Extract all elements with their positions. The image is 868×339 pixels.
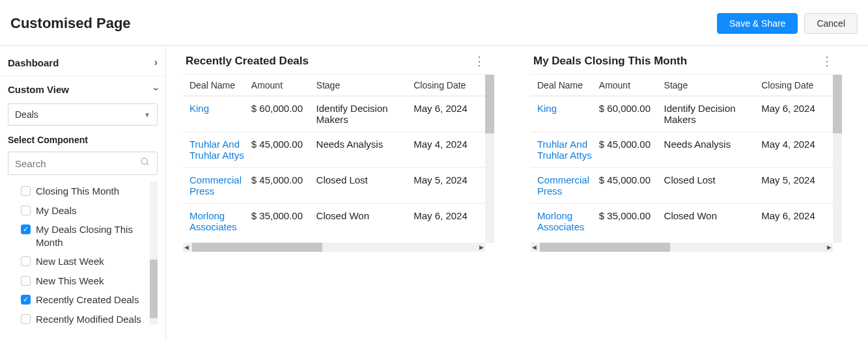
kebab-icon[interactable]: ⋮ xyxy=(471,55,488,67)
checkbox[interactable] xyxy=(21,314,31,324)
deal-link[interactable]: Morlong Associates xyxy=(189,210,237,232)
vertical-scrollbar[interactable] xyxy=(485,75,494,243)
cell-date: May 4, 2024 xyxy=(761,139,833,150)
header-actions: Save & Share Cancel xyxy=(717,13,858,34)
col-stage: Stage xyxy=(316,80,414,90)
cell-stage: Closed Won xyxy=(316,210,414,221)
cell-amount: $ 45,000.00 xyxy=(599,139,664,150)
component-item[interactable]: Recently Created Deals xyxy=(21,290,158,310)
svg-line-1 xyxy=(147,163,148,165)
checkbox[interactable] xyxy=(21,295,31,305)
scrollbar-thumb[interactable] xyxy=(833,75,842,133)
cell-amount: $ 35,000.00 xyxy=(599,210,664,221)
horizontal-scrollbar[interactable]: ◀ ▶ xyxy=(531,243,833,252)
component-label: Closing This Month xyxy=(36,185,119,198)
sidebar-dashboard-section: Dashboard › xyxy=(0,49,165,75)
component-item[interactable]: New Last Week xyxy=(21,252,158,271)
cell-date: May 5, 2024 xyxy=(761,174,833,185)
deal-link[interactable]: Morlong Associates xyxy=(537,210,585,232)
widget-recently-created-deals: Recently Created Deals ⋮ Deal Name Amoun… xyxy=(183,55,494,339)
vertical-scrollbar[interactable] xyxy=(833,75,842,243)
table-row: Morlong Associates $ 35,000.00 Closed Wo… xyxy=(183,204,485,239)
deal-link[interactable]: Truhlar And Truhlar Attys xyxy=(537,139,592,161)
checkbox[interactable] xyxy=(21,276,31,286)
cell-stage: Closed Lost xyxy=(316,174,414,185)
component-search[interactable] xyxy=(8,152,158,175)
widget-body: Deal Name Amount Stage Closing Date King… xyxy=(531,75,842,252)
search-icon xyxy=(140,157,150,170)
sidebar-custom-view-label: Custom View xyxy=(8,84,69,95)
deal-link[interactable]: King xyxy=(189,103,209,114)
cell-date: May 5, 2024 xyxy=(413,174,485,185)
table-row: Commercial Press $ 45,000.00 Closed Lost… xyxy=(531,168,833,204)
component-item[interactable]: My Deals xyxy=(21,201,158,221)
widget-header: Recently Created Deals ⋮ xyxy=(183,55,494,75)
component-item[interactable]: New This Week xyxy=(21,271,158,291)
component-label: New This Week xyxy=(36,275,104,288)
cell-stage: Identify Decision Makers xyxy=(316,103,414,125)
widget-body: Deal Name Amount Stage Closing Date King… xyxy=(183,75,494,252)
cell-stage: Identify Decision Makers xyxy=(664,103,762,125)
sidebar-custom-view-toggle[interactable]: Custom View › xyxy=(8,76,158,102)
search-input[interactable] xyxy=(15,158,140,169)
scrollbar-thumb[interactable] xyxy=(192,243,322,252)
cell-stage: Closed Lost xyxy=(664,174,762,185)
component-item[interactable]: Closing This Month xyxy=(21,182,158,201)
cell-stage: Closed Won xyxy=(664,210,762,221)
sidebar-custom-view-section: Custom View › Deals ▼ Select Component C… xyxy=(0,75,165,325)
cell-stage: Needs Analysis xyxy=(316,139,414,150)
body: Dashboard › Custom View › Deals ▼ Select… xyxy=(0,46,868,339)
page-header: Customised Page Save & Share Cancel xyxy=(0,0,868,46)
cell-amount: $ 35,000.00 xyxy=(251,210,316,221)
component-list: Closing This Month My Deals My Deals Clo… xyxy=(8,182,158,325)
table-header: Deal Name Amount Stage Closing Date xyxy=(183,75,485,96)
save-share-button[interactable]: Save & Share xyxy=(717,13,798,34)
page-title: Customised Page xyxy=(10,15,131,32)
table-header: Deal Name Amount Stage Closing Date xyxy=(531,75,833,96)
component-label: My Deals Closing This Month xyxy=(36,223,140,249)
scrollbar-thumb[interactable] xyxy=(150,260,158,318)
chevron-down-icon: › xyxy=(150,87,161,90)
scroll-left-icon[interactable]: ◀ xyxy=(532,244,537,251)
widget-my-deals-closing-this-month: My Deals Closing This Month ⋮ Deal Name … xyxy=(531,55,842,339)
checkbox[interactable] xyxy=(21,256,31,266)
component-label: New Last Week xyxy=(36,255,104,268)
checkbox[interactable] xyxy=(21,224,31,234)
table: Deal Name Amount Stage Closing Date King… xyxy=(183,75,485,243)
cell-stage: Needs Analysis xyxy=(664,139,762,150)
widget-title: My Deals Closing This Month xyxy=(533,55,687,68)
caret-down-icon: ▼ xyxy=(144,111,150,118)
sidebar-dashboard-toggle[interactable]: Dashboard › xyxy=(8,49,158,75)
cell-amount: $ 60,000.00 xyxy=(599,103,664,114)
chevron-right-icon: › xyxy=(154,57,158,68)
scroll-left-icon[interactable]: ◀ xyxy=(184,244,189,251)
sidebar-dashboard-label: Dashboard xyxy=(8,57,59,68)
component-item[interactable]: My Deals Closing This Month xyxy=(21,220,158,252)
deal-link[interactable]: Truhlar And Truhlar Attys xyxy=(189,139,244,161)
component-scrollbar[interactable] xyxy=(150,182,158,325)
scrollbar-thumb[interactable] xyxy=(540,243,670,252)
cancel-button[interactable]: Cancel xyxy=(804,13,858,34)
horizontal-scrollbar[interactable]: ◀ ▶ xyxy=(183,243,485,252)
checkbox[interactable] xyxy=(21,186,31,196)
scroll-right-icon[interactable]: ▶ xyxy=(827,244,832,251)
deal-link[interactable]: Commercial Press xyxy=(189,174,242,197)
kebab-icon[interactable]: ⋮ xyxy=(819,55,835,67)
deal-link[interactable]: Commercial Press xyxy=(537,174,589,197)
col-deal-name: Deal Name xyxy=(183,80,251,90)
component-item[interactable]: Recently Modified Deals xyxy=(21,310,158,325)
component-label: My Deals xyxy=(36,204,77,217)
table-row: Commercial Press $ 45,000.00 Closed Lost… xyxy=(183,168,485,204)
cell-date: May 4, 2024 xyxy=(413,139,485,150)
scroll-right-icon[interactable]: ▶ xyxy=(479,244,484,251)
cell-date: May 6, 2024 xyxy=(413,210,485,221)
cell-date: May 6, 2024 xyxy=(761,210,833,221)
module-select[interactable]: Deals ▼ xyxy=(8,103,158,126)
deal-link[interactable]: King xyxy=(537,103,557,114)
table-row: Truhlar And Truhlar Attys $ 45,000.00 Ne… xyxy=(183,132,485,168)
table: Deal Name Amount Stage Closing Date King… xyxy=(531,75,833,243)
scrollbar-thumb[interactable] xyxy=(485,75,494,133)
component-label: Recently Created Deals xyxy=(36,293,139,306)
checkbox[interactable] xyxy=(21,206,31,215)
cell-date: May 6, 2024 xyxy=(413,103,485,114)
